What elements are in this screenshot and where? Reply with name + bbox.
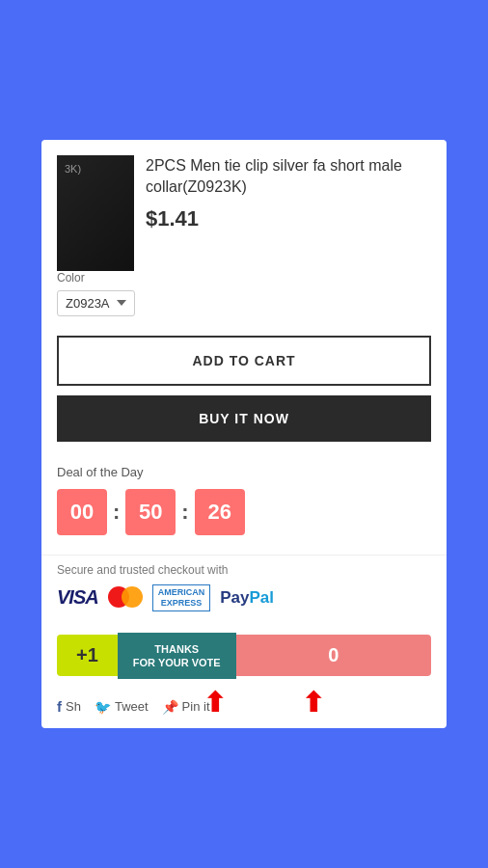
vote-section: +1 THANKSFOR YOUR VOTE 0 (41, 623, 447, 690)
color-label: Color (57, 271, 431, 285)
deal-section: Deal of the Day 00 : 50 : 26 (41, 449, 447, 555)
color-section: Color Z0923A Z0923B Z0923C (41, 271, 447, 328)
product-price: $1.41 (146, 206, 431, 231)
mastercard-icon (108, 586, 143, 610)
product-card: 3K) 2PCS Men tie clip silver fa short ma… (41, 140, 447, 728)
secure-section: Secure and trusted checkout with VISA AM… (41, 555, 447, 623)
countdown: 00 : 50 : 26 (57, 489, 431, 535)
pinterest-share[interactable]: 📌 Pin it (162, 699, 210, 715)
product-info: 2PCS Men tie clip silver fa short male c… (146, 155, 431, 247)
paypal-icon: PayPal (220, 588, 274, 608)
amex-icon: AMERICANEXPRESS (152, 584, 211, 611)
button-area: ADD TO CART BUY IT NOW (41, 328, 447, 449)
arrow-up-2: ⬆ (302, 687, 324, 719)
payment-icons: VISA AMERICANEXPRESS PayPal (57, 584, 431, 611)
arrow-up-1: ⬆ (203, 687, 226, 719)
vote-plus-button[interactable]: +1 (57, 635, 118, 676)
deal-label: Deal of the Day (57, 465, 431, 479)
tweet-label: Tweet (115, 699, 149, 714)
social-section: f Sh 🐦 Tweet 📌 Pin it ⬆ ⬆ (41, 689, 447, 728)
color-select[interactable]: Z0923A Z0923B Z0923C (57, 290, 135, 316)
product-title: 2PCS Men tie clip silver fa short male c… (146, 155, 431, 199)
secure-label: Secure and trusted checkout with (57, 563, 431, 577)
vote-thanks-button[interactable]: THANKSFOR YOUR VOTE (118, 633, 236, 680)
twitter-icon: 🐦 (95, 699, 111, 715)
image-tag: 3K) (65, 163, 81, 175)
countdown-sep-2: : (181, 500, 188, 525)
top-section: 3K) 2PCS Men tie clip silver fa short ma… (41, 140, 447, 271)
countdown-hours: 00 (57, 489, 107, 535)
visa-icon: VISA (57, 586, 98, 609)
add-to-cart-button[interactable]: ADD TO CART (57, 336, 431, 386)
countdown-seconds: 26 (195, 489, 245, 535)
share-label: Sh (66, 699, 81, 714)
twitter-share[interactable]: 🐦 Tweet (95, 699, 149, 715)
mastercard-right-circle (122, 586, 143, 608)
vote-count: 0 (236, 635, 431, 676)
facebook-share[interactable]: f Sh (57, 698, 81, 715)
countdown-minutes: 50 (125, 489, 176, 535)
countdown-sep-1: : (113, 500, 120, 525)
facebook-icon: f (57, 698, 62, 715)
product-image: 3K) (57, 155, 134, 271)
buy-now-button[interactable]: BUY IT NOW (57, 395, 431, 442)
pinterest-icon: 📌 (162, 699, 178, 715)
